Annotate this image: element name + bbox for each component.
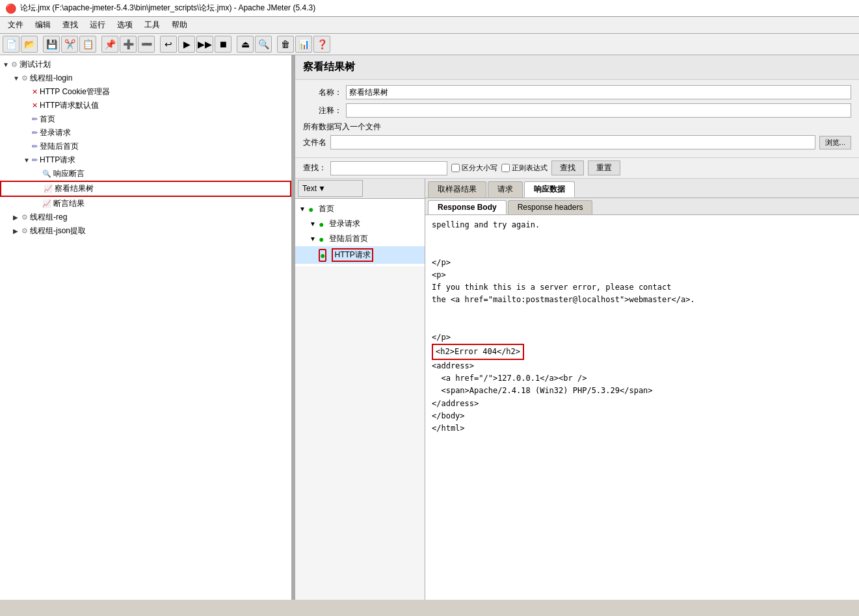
filename-input[interactable] — [330, 135, 815, 149]
tab-sampler-result[interactable]: 取样器结果 — [428, 181, 486, 198]
response-line: <a href="/">127.0.0.1</a><br /> — [432, 372, 852, 385]
tree-node-http-defaults[interactable]: ✕HTTP请求默认值 — [0, 99, 291, 112]
tree-node-http-cookie[interactable]: ✕HTTP Cookie管理器 — [0, 85, 291, 99]
menu-item-选项[interactable]: 选项 — [112, 18, 138, 32]
node-label: 测试计划 — [20, 59, 51, 70]
view-selector-row: Text ▼ — [295, 179, 425, 199]
tab-request[interactable]: 请求 — [488, 181, 523, 198]
node-icon: ✏ — [32, 142, 38, 151]
file-section-label: 所有数据写入一个文件 — [303, 122, 381, 131]
status-icon: ● — [319, 249, 326, 262]
tree-node-test-plan[interactable]: ▼⚙测试计划 — [0, 58, 291, 71]
shutdown-toolbar-button[interactable]: ⏏ — [237, 36, 254, 53]
undo-toolbar-button[interactable]: ↩ — [160, 36, 177, 53]
panel-header: 察看结果树 — [295, 55, 859, 80]
node-label: HTTP请求默认值 — [40, 100, 99, 111]
comment-input[interactable] — [346, 103, 851, 118]
clear-toolbar-button[interactable]: 🗑 — [277, 36, 294, 53]
search-input[interactable] — [330, 161, 447, 175]
copy-toolbar-button[interactable]: 📋 — [79, 36, 96, 53]
expand-icon: ▼ — [3, 61, 9, 68]
response-line — [432, 319, 852, 331]
tab-response-data[interactable]: 响应数据 — [524, 181, 575, 198]
node-label: 登录请求 — [40, 127, 71, 138]
add-toolbar-button[interactable]: ➕ — [120, 36, 137, 53]
result-expand-icon: ▼ — [310, 220, 316, 227]
toolbar: 📄📂💾✂️📋📌➕➖↩▶▶▶⏹⏏🔍🗑📊❓ — [0, 34, 859, 55]
tree-node-login-home[interactable]: ✏登陆后首页 — [0, 140, 291, 153]
tree-node-assert-results[interactable]: 📈断言结果 — [0, 197, 291, 211]
response-line: the <a href="mailto:postmaster@localhost… — [432, 294, 852, 306]
response-line: <p> — [432, 269, 852, 281]
node-icon: 📈 — [42, 199, 51, 208]
cut-toolbar-button[interactable]: ✂️ — [61, 36, 78, 53]
tree-node-thread-group-reg[interactable]: ▶⚙线程组-reg — [0, 211, 291, 224]
expand-icon: ▶ — [13, 214, 20, 221]
open-toolbar-button[interactable]: 📂 — [21, 36, 38, 53]
regex-checkbox[interactable] — [501, 164, 510, 172]
app-title: 论坛.jmx (F:\apache-jmeter-5.4.3\bin\jmete… — [20, 3, 315, 14]
node-label: 察看结果树 — [55, 183, 94, 194]
menu-item-工具[interactable]: 工具 — [139, 18, 165, 32]
search-button[interactable]: 查找 — [551, 160, 584, 175]
search-toolbar-button[interactable]: 🔍 — [255, 36, 272, 53]
tree-node-thread-group-json[interactable]: ▶⚙线程组-json提取 — [0, 224, 291, 238]
left-tree-panel: ▼⚙测试计划▼⚙线程组-login✕HTTP Cookie管理器✕HTTP请求默… — [0, 55, 293, 600]
stop-toolbar-button[interactable]: ⏹ — [215, 36, 231, 53]
response-line: </p> — [432, 331, 852, 344]
node-label: HTTP Cookie管理器 — [40, 86, 110, 97]
menu-item-运行[interactable]: 运行 — [85, 18, 111, 32]
response-line: <address> — [432, 360, 852, 372]
new-toolbar-button[interactable]: 📄 — [3, 36, 20, 53]
result-item-login-req[interactable]: ▼●登录请求 — [295, 216, 425, 231]
sub-tabs: Response BodyResponse headers — [425, 198, 859, 215]
expand-icon: ▼ — [13, 75, 20, 82]
save-toolbar-button[interactable]: 💾 — [43, 36, 60, 53]
menu-bar: 文件编辑查找运行选项工具帮助 — [0, 17, 859, 34]
subtab-response-headers[interactable]: Response headers — [508, 200, 593, 214]
results-tree: ▼●首页▼●登录请求▼●登陆后首页●HTTP请求 — [295, 199, 425, 266]
highlighted-text: <h2>Error 404</h2> — [432, 344, 524, 360]
tree-node-assert[interactable]: 🔍响应断言 — [0, 167, 291, 181]
aggregate-toolbar-button[interactable]: 📊 — [295, 36, 312, 53]
reset-button[interactable]: 重置 — [588, 160, 620, 175]
paste-toolbar-button[interactable]: 📌 — [101, 36, 118, 53]
node-icon: ⚙ — [21, 213, 28, 222]
menu-item-查找[interactable]: 查找 — [57, 18, 83, 32]
tree-node-login-req[interactable]: ✏登录请求 — [0, 126, 291, 140]
right-panel: 察看结果树 名称： 注释： 所有数据写入一个文件 文件名 浏览... 查找： — [295, 55, 859, 600]
tree-node-home[interactable]: ✏首页 — [0, 112, 291, 126]
response-line: </address> — [432, 398, 852, 410]
subtab-response-body[interactable]: Response Body — [428, 200, 507, 214]
menu-item-编辑[interactable]: 编辑 — [30, 18, 56, 32]
response-line: </html> — [432, 422, 852, 435]
case-sensitive-checkbox[interactable] — [451, 164, 460, 172]
result-item-home[interactable]: ▼●首页 — [295, 201, 425, 216]
node-icon: 🔍 — [42, 170, 51, 178]
dropdown-arrow-icon: ▼ — [318, 184, 326, 193]
result-label: 登录请求 — [329, 218, 360, 229]
tree-node-view-tree[interactable]: 📈察看结果树 — [0, 181, 291, 197]
start-toolbar-button[interactable]: ▶ — [178, 36, 195, 53]
response-line: spelling and try again. — [432, 219, 852, 231]
remove-toolbar-button[interactable]: ➖ — [138, 36, 155, 53]
node-icon: ✕ — [32, 88, 38, 96]
view-selector-dropdown[interactable]: Text ▼ — [298, 180, 363, 197]
tree-node-http-req[interactable]: ▼✏HTTP请求 — [0, 153, 291, 167]
name-input[interactable] — [346, 85, 851, 99]
menu-item-文件[interactable]: 文件 — [3, 18, 29, 32]
regex-group: 正则表达式 — [501, 163, 548, 173]
browse-button[interactable]: 浏览... — [819, 136, 851, 149]
menu-item-帮助[interactable]: 帮助 — [166, 18, 192, 32]
node-icon: ⚙ — [21, 74, 28, 83]
main-layout: ▼⚙测试计划▼⚙线程组-login✕HTTP Cookie管理器✕HTTP请求默… — [0, 55, 859, 600]
result-expand-icon: ▼ — [299, 205, 306, 212]
result-item-login-home[interactable]: ▼●登陆后首页 — [295, 231, 425, 246]
result-item-http-req-item[interactable]: ●HTTP请求 — [295, 246, 425, 264]
top-tabs: 取样器结果请求响应数据 — [425, 179, 859, 198]
start-no-pause-toolbar-button[interactable]: ▶▶ — [196, 36, 213, 53]
tree-node-thread-group-login[interactable]: ▼⚙线程组-login — [0, 71, 291, 85]
node-icon: ✏ — [32, 115, 38, 123]
help-toolbar-button[interactable]: ❓ — [313, 36, 330, 53]
response-line — [432, 306, 852, 318]
